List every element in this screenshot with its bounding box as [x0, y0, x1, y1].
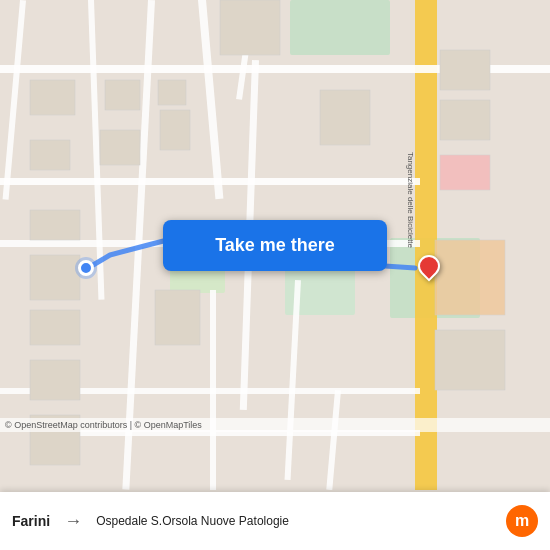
via-mascarella-label: Via Mascarella	[258, 78, 311, 94]
aemilia-label: Aemilia Hotel	[432, 187, 479, 196]
svg-rect-17	[88, 0, 104, 300]
ligi-label: ligi	[12, 382, 22, 391]
dialisi-label: Dialisi Sant'Orsola	[432, 313, 497, 322]
tabacchi2-label: Tabacchi	[472, 387, 504, 396]
zu-art-label: Zu.Art	[358, 295, 380, 304]
alimentari4-label: Alimentari	[242, 372, 278, 381]
svg-rect-16	[326, 390, 341, 490]
bologna-label: Bologna	[42, 188, 94, 203]
svg-text:Tangenziale delle Biciclette: Tangenziale delle Biciclette	[406, 152, 415, 249]
svg-rect-37	[30, 360, 80, 400]
calzature-label: Calzature	[68, 136, 102, 145]
via-arienti-label: Via Arienti	[120, 380, 156, 389]
calida-label: Calida	[222, 336, 245, 345]
artjungle-label: ArtJungle	[58, 152, 92, 161]
unibo1-label: Università di Bologna	[325, 75, 391, 82]
edicola-label: Edicola	[28, 238, 54, 247]
dante-label: Dante	[445, 392, 466, 401]
politiche-label: Politiche	[295, 303, 325, 312]
route-arrow-icon: →	[64, 511, 82, 532]
cremeria-label: Cremeria Cavour	[98, 270, 159, 279]
solferino-label: Via Solferino	[45, 385, 90, 394]
grom-label: Grom	[115, 240, 135, 249]
massenza-label: Via Massenza	[468, 78, 518, 87]
sprospero-label: e S.Prospero	[447, 438, 494, 447]
bologna2-label: Bologna	[434, 197, 463, 206]
svg-rect-1	[290, 0, 390, 55]
take-me-there-label: Take me there	[215, 235, 335, 256]
facolta-label: Facoltà di Scienze	[285, 293, 350, 302]
da-silvio-label: Da Silvio	[300, 333, 332, 342]
alimentari2-label: Alimentari	[365, 18, 401, 27]
svg-rect-20	[30, 80, 75, 115]
via-giu-label: Via Giu	[487, 232, 513, 241]
svg-rect-4	[390, 238, 480, 318]
pad15-label: - Padiglione 15	[438, 323, 491, 332]
disney-label: Disney	[65, 167, 89, 176]
moovit-icon: m	[506, 505, 538, 537]
bruno-label: Bruno E Franco	[163, 132, 219, 141]
stefano-label: Stefano	[168, 286, 196, 295]
bologna-computer-label: Bologna Computer	[435, 8, 502, 17]
bottom-bar: Farini → Ospedale S.Orsola Nuove Patolog…	[0, 492, 550, 550]
carducci-label: Giosue Carducci	[415, 365, 424, 424]
origin-dot	[78, 260, 94, 276]
via-rialto-label: Via Rialto	[215, 355, 249, 364]
terra-sole-label: Terra del Sole	[285, 179, 334, 188]
alimentari1-label: Alimentari	[250, 8, 286, 17]
limon-label: Limon	[118, 2, 140, 11]
svg-rect-25	[100, 130, 140, 165]
san-vitale-label: Via San Vitale	[215, 175, 265, 184]
svg-rect-34	[30, 210, 80, 240]
malpighi-label: - Malpighi	[445, 268, 475, 275]
bardelle-label: Bardelle	[148, 50, 177, 59]
babu-label: Babu Alimentari	[293, 445, 349, 454]
tabacchi1-label: Tabacchi	[355, 65, 387, 74]
bagno28-label: Bagno 28	[285, 112, 319, 121]
chimica-label: Chimica "G.	[268, 148, 305, 155]
poste-label: Poste Italiane	[48, 320, 96, 329]
via-zamboni-label: Via Zamboni	[210, 73, 255, 86]
map-attribution: © OpenStreetMap contributors | © OpenMap…	[0, 418, 550, 432]
belle-arti-label: Via delle Belle Arti	[190, 60, 254, 69]
policlinico-label: Policlinico Sant'Orsola	[432, 258, 501, 265]
take-me-there-button[interactable]: Take me there	[163, 220, 387, 271]
wind-label: Wind	[80, 55, 98, 64]
naldi-label: Naldi	[125, 15, 143, 24]
birra-label: Birra Cerqua	[330, 278, 375, 287]
vitale-bb-label: Vitale B&B	[434, 160, 472, 169]
attribution-text: © OpenStreetMap contributors | © OpenMap…	[5, 420, 202, 430]
via-c-label: Via C	[488, 192, 507, 201]
antichi-label: Antichi Sapori	[238, 405, 287, 414]
via-castiglione-label: Via Castiglione	[148, 89, 202, 101]
snc-label: SNC	[310, 455, 327, 464]
matematica-label: Matematica	[338, 95, 374, 102]
svg-rect-18	[3, 0, 26, 200]
settimo-label: Settimo Cielo	[65, 355, 113, 364]
alimentari3-label: Alimentari	[432, 355, 468, 364]
from-stop: Farini	[12, 513, 50, 529]
piazza-santo-label: Piazza Santo	[162, 276, 209, 285]
svg-rect-29	[440, 100, 490, 140]
euro1-label: 1 Euro	[215, 100, 239, 109]
moovit-logo: m	[506, 505, 538, 537]
svg-rect-31	[435, 240, 505, 315]
s-orsola-label: S. Orsola	[432, 222, 465, 231]
moni-label: Moni	[52, 264, 69, 273]
unibo1b-label: - Dipartimento di	[330, 85, 381, 92]
unibo2b-label: - Dipartimento di	[268, 138, 319, 145]
via-fondazza-label: Via Fondazza	[255, 349, 304, 361]
ottica-label: Ottica Foto Star	[438, 368, 494, 377]
map-container: Tangenziale delle Biciclette Bologna Lim…	[0, 0, 550, 490]
torre-label: Torre dell'Orologio	[38, 205, 103, 214]
nyx-label: Nyx	[92, 75, 106, 84]
biblioteca-label: in biblioteca	[75, 110, 112, 117]
ciamician-label: Ciamician"	[268, 158, 301, 165]
via-marsala-label: Via Marsala	[112, 63, 125, 106]
bar-label: Bar	[450, 18, 462, 27]
svg-rect-7	[0, 178, 420, 185]
bologna14-label: Bologna 14	[180, 2, 220, 11]
libraccio-label: Libraccio	[108, 164, 140, 173]
lib-nanni-label: Libreria Nanni	[95, 215, 145, 224]
incoop-label: incoop	[65, 300, 89, 309]
